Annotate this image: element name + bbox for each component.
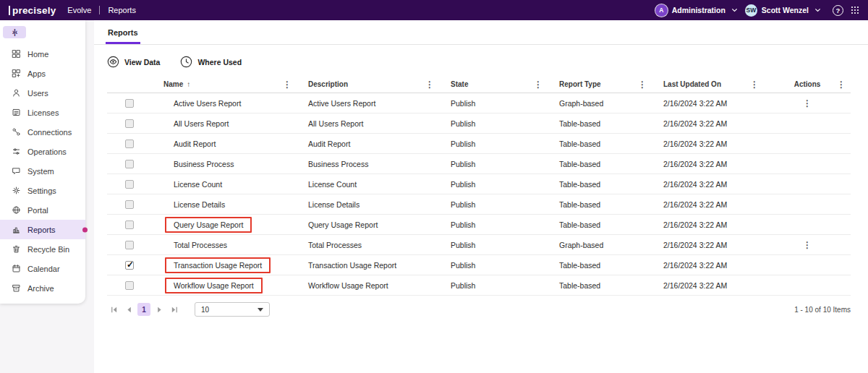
row-actions-cell xyxy=(764,200,851,209)
report-name-cell: Workflow Usage Report xyxy=(152,278,297,293)
report-description: All Users Report xyxy=(297,119,439,128)
report-name[interactable]: Workflow Usage Report xyxy=(165,278,263,293)
previous-page-button[interactable] xyxy=(122,303,135,316)
page-size-value: 10 xyxy=(201,306,209,314)
row-actions-cell xyxy=(764,119,851,128)
row-checkbox[interactable] xyxy=(125,140,134,148)
sidebar-item-label: Home xyxy=(27,50,48,59)
column-menu-icon[interactable] xyxy=(637,80,648,89)
report-name[interactable]: Audit Report xyxy=(174,140,216,148)
report-state: Publish xyxy=(439,119,548,128)
user-menu[interactable]: SW Scott Wenzel xyxy=(745,4,821,17)
column-menu-icon[interactable] xyxy=(281,80,293,89)
sidebar-item-licenses[interactable]: Licenses xyxy=(0,103,85,122)
section-name: Reports xyxy=(108,6,136,14)
report-description: Query Usage Report xyxy=(297,220,439,229)
row-actions-cell xyxy=(764,140,851,148)
row-checkbox[interactable] xyxy=(125,200,134,209)
report-name[interactable]: License Count xyxy=(174,180,222,189)
column-menu-icon[interactable] xyxy=(749,80,760,89)
report-name[interactable]: Query Usage Report xyxy=(165,217,252,233)
row-select-cell xyxy=(107,180,152,189)
column-menu-icon[interactable] xyxy=(835,80,847,89)
report-name[interactable]: Total Processes xyxy=(174,241,227,249)
sidebar-item-users[interactable]: Users xyxy=(0,83,85,103)
report-name[interactable]: License Details xyxy=(174,200,225,209)
column-header-last-updated-on[interactable]: Last Updated On xyxy=(652,76,764,93)
help-icon[interactable]: ? xyxy=(833,5,843,16)
view-data-button[interactable]: View Data xyxy=(107,56,160,68)
row-select-cell xyxy=(107,261,152,270)
report-description: License Count xyxy=(297,180,439,189)
sidebar-item-system[interactable]: System xyxy=(0,161,85,181)
row-checkbox[interactable] xyxy=(125,119,134,128)
chevron-down-icon xyxy=(814,8,821,12)
report-name[interactable]: Transaction Usage Report xyxy=(165,257,271,273)
row-checkbox[interactable] xyxy=(125,281,134,290)
report-last-updated-on: 2/16/2024 3:22 AM xyxy=(652,119,764,128)
report-type: Table-based xyxy=(548,140,652,148)
eye-icon xyxy=(107,56,119,68)
row-checkbox[interactable] xyxy=(125,180,134,189)
caret-down-icon xyxy=(258,308,263,312)
sidebar-item-home[interactable]: Home xyxy=(0,44,85,64)
row-checkbox[interactable] xyxy=(125,220,134,229)
sidebar-item-archive[interactable]: Archive xyxy=(0,278,85,298)
row-actions-kebab-icon[interactable] xyxy=(801,99,813,108)
sort-ascending-icon xyxy=(187,80,190,88)
administration-menu[interactable]: A Administration xyxy=(655,4,738,17)
report-name-cell: All Users Report xyxy=(152,119,297,128)
column-header-description[interactable]: Description xyxy=(297,76,439,93)
sidebar-item-calendar[interactable]: Calendar xyxy=(0,259,85,278)
current-page-button[interactable]: 1 xyxy=(137,303,150,316)
column-header-state[interactable]: State xyxy=(439,76,548,93)
report-name[interactable]: Active Users Report xyxy=(174,99,241,108)
report-type: Graph-based xyxy=(548,241,652,249)
report-last-updated-on: 2/16/2024 3:22 AM xyxy=(652,180,764,189)
column-menu-icon[interactable] xyxy=(424,80,435,89)
sidebar-collapse-button[interactable]: ›|‹ xyxy=(3,26,26,38)
column-header-report-type[interactable]: Report Type xyxy=(548,76,652,93)
column-header-name[interactable]: Name xyxy=(152,76,297,93)
report-state: Publish xyxy=(439,281,548,290)
table-row: Audit Report Audit Report Publish Table-… xyxy=(107,134,851,154)
sidebar-item-recycle-bin[interactable]: Recycle Bin xyxy=(0,239,85,259)
next-page-button[interactable] xyxy=(153,303,166,316)
first-page-button[interactable] xyxy=(107,303,120,316)
report-state: Publish xyxy=(439,99,548,108)
column-label: Description xyxy=(308,80,348,88)
page-size-select[interactable]: 10 xyxy=(195,302,270,317)
sidebar-item-operations[interactable]: Operations xyxy=(0,142,85,161)
column-header-actions[interactable]: Actions xyxy=(764,76,851,93)
row-select-cell xyxy=(107,99,152,108)
row-checkbox[interactable] xyxy=(125,261,134,270)
column-menu-icon[interactable] xyxy=(532,80,544,89)
administration-avatar: A xyxy=(655,4,668,17)
sidebar-item-reports[interactable]: Reports xyxy=(0,220,85,239)
row-checkbox[interactable] xyxy=(125,241,134,249)
report-last-updated-on: 2/16/2024 3:22 AM xyxy=(652,220,764,229)
tab-reports[interactable]: Reports xyxy=(106,22,140,44)
row-checkbox[interactable] xyxy=(125,99,134,108)
report-name[interactable]: Business Process xyxy=(174,160,234,168)
sidebar-item-settings[interactable]: Settings xyxy=(0,181,85,200)
row-actions-cell xyxy=(764,220,851,229)
sidebar-item-label: Operations xyxy=(27,147,67,156)
home-icon xyxy=(12,49,21,59)
report-name[interactable]: All Users Report xyxy=(174,119,229,128)
last-page-button[interactable] xyxy=(168,303,181,316)
column-label: Last Updated On xyxy=(663,80,721,88)
clock-icon xyxy=(180,56,192,68)
sidebar-item-apps[interactable]: Apps xyxy=(0,64,85,83)
row-actions-kebab-icon[interactable] xyxy=(801,241,813,249)
sidebar-item-portal[interactable]: Portal xyxy=(0,200,85,220)
report-state: Publish xyxy=(439,241,548,249)
row-select-cell xyxy=(107,241,152,249)
report-name-cell: License Count xyxy=(152,180,297,189)
row-checkbox[interactable] xyxy=(125,160,134,168)
app-launcher-icon[interactable] xyxy=(851,6,859,14)
report-last-updated-on: 2/16/2024 3:22 AM xyxy=(652,261,764,270)
sidebar-item-connections[interactable]: Connections xyxy=(0,122,85,142)
report-name-cell: Query Usage Report xyxy=(152,217,297,233)
where-used-button[interactable]: Where Used xyxy=(180,56,242,68)
